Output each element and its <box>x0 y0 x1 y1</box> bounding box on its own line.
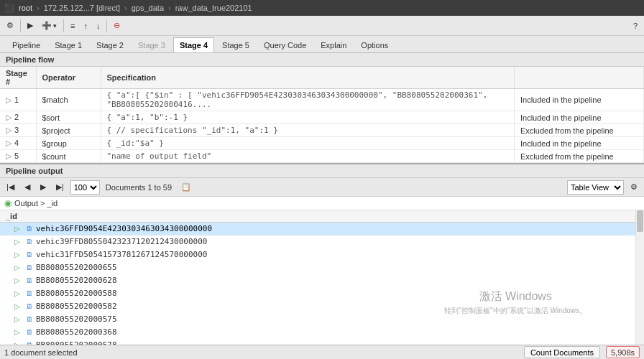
operator-cell: $count <box>36 150 101 163</box>
output-rows-container: ▷🗎vehic36FFD9054E4230303463034300000000▷… <box>0 223 635 359</box>
output-row[interactable]: ▷🗎BB808055202000575 <box>0 313 635 326</box>
row-value: vehic39FFD80550423237120212430000000 <box>36 237 207 246</box>
col-spec: Specification <box>101 67 515 89</box>
stage-num: ▷4 <box>0 137 36 150</box>
page-size-select[interactable]: 100 50 25 <box>70 180 100 195</box>
stage-toggle[interactable]: ▷ <box>6 139 12 147</box>
output-next-btn[interactable]: ▶ <box>37 180 50 195</box>
output-toolbar: |◀ ◀ ▶ ▶| 100 50 25 Documents 1 to 59 📋 … <box>0 178 644 197</box>
col-stage: Stage # <box>0 67 36 89</box>
status-cell: Excluded from the pipeline <box>515 150 644 163</box>
pipeline-row[interactable]: ▷4$group{ _id:"$a" }Included in the pipe… <box>0 137 644 150</box>
status-cell: Included in the pipeline <box>515 137 644 150</box>
row-expand-icon: ▷ <box>14 328 23 336</box>
row-expand-icon: ▷ <box>14 276 23 284</box>
col-operator: Operator <box>36 67 101 89</box>
row-expand-icon: ▷ <box>14 315 23 323</box>
stage-toggle[interactable]: ▷ <box>6 95 12 104</box>
stage-num: ▷3 <box>0 124 36 137</box>
row-value: BB808055202000368 <box>36 327 117 337</box>
output-col-header: _id <box>0 210 635 223</box>
settings-button[interactable]: ⚙ <box>3 18 17 34</box>
count-docs-button[interactable]: Count Documents <box>524 346 600 358</box>
output-row[interactable]: ▷🗎BB808055202000628 <box>0 274 635 287</box>
status-cell: Excluded from the pipeline <box>515 124 644 137</box>
view-settings-btn[interactable]: ⚙ <box>627 180 641 195</box>
stage-toggle[interactable]: ▷ <box>6 113 12 121</box>
pipeline-row[interactable]: ▷3$project{ // specifications "_id":1, "… <box>0 124 644 137</box>
output-row[interactable]: ▷🗎BB808055202000582 <box>0 300 635 313</box>
title-host: 172.25.122...7 [direct] <box>44 4 120 12</box>
row-value: BB808055202000655 <box>36 263 117 272</box>
run-button[interactable]: ▶ <box>24 18 37 34</box>
help-button[interactable]: ? <box>630 18 641 34</box>
output-row[interactable]: ▷🗎BB808055202000588 <box>0 287 635 300</box>
tab-stage5[interactable]: Stage 5 <box>216 37 256 52</box>
pipeline-output-title: Pipeline output <box>0 164 644 178</box>
status-cell: Included in the pipeline <box>515 111 644 124</box>
output-row[interactable]: ▷🗎vehic31FFD50541573781267124570000000 <box>0 248 635 261</box>
pipeline-table: Stage # Operator Specification ▷1$match{… <box>0 67 644 163</box>
tab-stage2[interactable]: Stage 2 <box>90 37 130 52</box>
scrollbar[interactable] <box>635 210 644 359</box>
output-row[interactable]: ▷🗎BB808055202000655 <box>0 261 635 274</box>
tab-bar: Pipeline Stage 1 Stage 2 Stage 3 Stage 4… <box>0 36 644 53</box>
app-icon: ⬛ <box>4 4 14 13</box>
output-row[interactable]: ▷🗎vehic39FFD80550423237120212430000000 <box>0 236 635 248</box>
output-row[interactable]: ▷🗎vehic36FFD9054E4230303463034300000000 <box>0 223 635 236</box>
row-expand-icon: ▷ <box>14 264 23 271</box>
main-toolbar: ⚙ ▶ ➕ ▾ ≡ ↑ ↓ ⊖ ? <box>0 16 644 36</box>
toolbar-sep-3 <box>106 19 107 32</box>
pipeline-row[interactable]: ▷1$match{ "a":[ {"$in" : [ "vehic36FFD90… <box>0 89 644 111</box>
output-prev-btn[interactable]: ◀ <box>21 180 34 195</box>
row-value: vehic31FFD50541573781267124570000000 <box>36 250 207 259</box>
stage-num: ▷5 <box>0 150 36 163</box>
tab-pipeline[interactable]: Pipeline <box>6 37 47 52</box>
up-button[interactable]: ↑ <box>80 18 91 34</box>
add-button[interactable]: ➕ ▾ <box>38 18 60 34</box>
tab-explain[interactable]: Explain <box>314 37 353 52</box>
view-select[interactable]: Table View Tree View JSON View <box>567 180 624 195</box>
pipeline-flow-section: Pipeline flow Stage # Operator Specifica… <box>0 53 644 163</box>
list-button[interactable]: ≡ <box>67 18 78 34</box>
status-cell: Included in the pipeline <box>515 89 644 111</box>
export-btn[interactable]: 📋 <box>178 180 195 195</box>
pipeline-output-section: Pipeline output |◀ ◀ ▶ ▶| 100 50 25 Docu… <box>0 163 644 359</box>
output-last-btn[interactable]: ▶| <box>52 180 68 195</box>
operator-cell: $group <box>36 137 101 150</box>
breadcrumb: Output > _id <box>14 199 58 208</box>
row-value: BB808055202000588 <box>36 289 117 298</box>
row-expand-icon: ▷ <box>14 302 23 310</box>
doc-icon: 🗎 <box>26 276 33 284</box>
title-root: root <box>19 4 32 12</box>
toolbar-sep-1 <box>20 19 21 32</box>
down-button[interactable]: ↓ <box>93 18 104 34</box>
tab-stage4[interactable]: Stage 4 <box>173 37 214 52</box>
output-row[interactable]: ▷🗎BB808055202000368 <box>0 326 635 339</box>
selection-status: 1 document selected <box>4 348 78 357</box>
status-bar: 1 document selected Count Documents 5,90… <box>0 345 644 359</box>
tab-options[interactable]: Options <box>354 37 395 52</box>
doc-icon: 🗎 <box>26 238 33 246</box>
stage-toggle[interactable]: ▷ <box>6 151 12 160</box>
doc-icon: 🗎 <box>26 328 33 336</box>
tab-stage1[interactable]: Stage 1 <box>48 37 88 52</box>
stage-toggle[interactable]: ▷ <box>6 126 12 134</box>
tab-query-code[interactable]: Query Code <box>257 37 313 52</box>
doc-count: Documents 1 to 59 <box>106 183 172 192</box>
row-expand-icon: ▷ <box>14 289 23 297</box>
operator-cell: $project <box>36 124 101 137</box>
stop-button[interactable]: ⊖ <box>110 18 124 34</box>
row-value: vehic36FFD9054E4230303463034300000000 <box>36 224 212 233</box>
doc-icon: 🗎 <box>26 315 33 323</box>
stage-num: ▷2 <box>0 111 36 124</box>
tab-stage3[interactable]: Stage 3 <box>132 37 172 52</box>
count-value: 5,908s <box>606 346 640 358</box>
output-first-btn[interactable]: |◀ <box>3 180 18 195</box>
doc-icon: 🗎 <box>26 302 33 310</box>
scrollbar-thumb <box>637 210 643 232</box>
spec-cell: { "a":[ {"$in" : [ "vehic36FFD9054E42303… <box>101 89 515 111</box>
pipeline-row[interactable]: ▷2$sort{ "a":1, "b":-1 }Included in the … <box>0 111 644 124</box>
pipeline-row[interactable]: ▷5$count"name of output field"Excluded f… <box>0 150 644 163</box>
doc-icon: 🗎 <box>26 289 33 297</box>
